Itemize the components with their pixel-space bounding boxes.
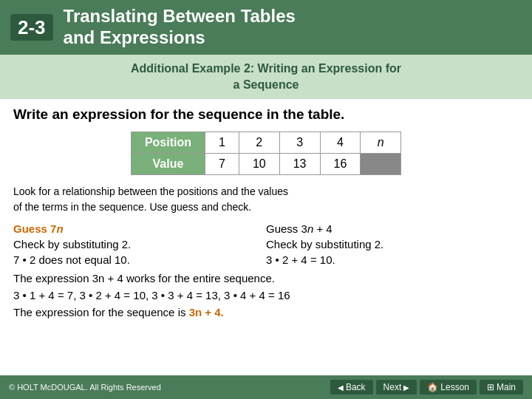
next-label: Next [383,382,402,392]
position-header: Position [131,132,205,154]
sequence-table: Position 1 2 3 4 n Value 7 10 13 16 [131,132,401,175]
check1: Check by substituting 2. [13,238,266,250]
value-header: Value [131,154,205,175]
lesson-button[interactable]: 🏠 Lesson [420,380,477,395]
guess1-text: Guess 7n [13,222,64,235]
check2: Check by substituting 2. [266,238,519,250]
main-icon: ⊞ [487,382,494,392]
header: 2-3 Translating Between Tables and Expre… [0,0,532,55]
conclusion1: The expression 3n + 4 works for the enti… [13,272,519,284]
main-content: Write an expression for the sequence in … [0,99,532,327]
col-1: 1 [205,132,239,154]
main-button[interactable]: ⊞ Main [480,380,523,395]
back-arrow-icon: ◀ [338,383,344,392]
badge: 2-3 [10,14,53,41]
check-row: Check by substituting 2. Check by substi… [13,238,519,250]
nav-buttons: ◀ Back Next ▶ 🏠 Lesson ⊞ Main [330,380,523,395]
val-1: 7 [205,154,239,175]
verify-row: 7 • 2 does not equal 10. 3 • 2 + 4 = 10. [13,253,519,266]
col-3: 3 [279,132,320,154]
verify1: 7 • 2 does not equal 10. [13,253,266,266]
conclusion3: The expression for the sequence is 3n + … [13,306,519,318]
subtitle-text: Additional Example 2: Writing an Express… [7,61,525,94]
footer: © HOLT McDOUGAL. All Rights Reserved ◀ B… [0,375,532,399]
verify2: 3 • 2 + 4 = 10. [266,253,519,266]
val-4: 16 [320,154,361,175]
back-button[interactable]: ◀ Back [330,380,373,395]
guess1: Guess 7n [13,222,266,235]
lesson-icon: 🏠 [427,382,438,392]
guess2: Guess 3n + 4 [266,222,519,235]
next-arrow-icon: ▶ [403,383,409,392]
header-title: Translating Between Tables and Expressio… [64,6,296,49]
look-text: Look for a relationship between the posi… [13,184,519,215]
sequence-table-container: Position 1 2 3 4 n Value 7 10 13 16 [13,132,519,175]
main-label: Main [497,382,516,392]
conclusion3-prefix: The expression for the sequence is [13,306,189,318]
header-title-line1: Translating Between Tables [64,6,296,26]
table-row-header: Position 1 2 3 4 n [131,132,400,154]
conclusion3-highlight: 3n + 4. [189,306,224,318]
guess2-text: Guess 3n + 4 [266,222,332,235]
subtitle-bar: Additional Example 2: Writing an Express… [0,55,532,100]
subtitle-line2: a Sequence [233,78,299,91]
col-4: 4 [320,132,361,154]
copyright-text: © HOLT McDOUGAL. All Rights Reserved [9,383,161,392]
header-title-line2: and Expressions [64,27,205,47]
guess-row: Guess 7n Guess 3n + 4 [13,222,519,235]
val-3: 13 [279,154,320,175]
col-2: 2 [239,132,279,154]
next-button[interactable]: Next ▶ [376,380,417,395]
lesson-label: Lesson [440,382,469,392]
val-n [361,154,401,175]
table-row-values: Value 7 10 13 16 [131,154,400,175]
subtitle-line1: Additional Example 2: Writing an Express… [131,62,401,75]
conclusion2: 3 • 1 + 4 = 7, 3 • 2 + 4 = 10, 3 • 3 + 4… [13,289,519,301]
col-n: n [361,132,401,154]
write-expression-label: Write an expression for the sequence in … [13,106,519,123]
back-label: Back [346,382,366,392]
val-2: 10 [239,154,279,175]
